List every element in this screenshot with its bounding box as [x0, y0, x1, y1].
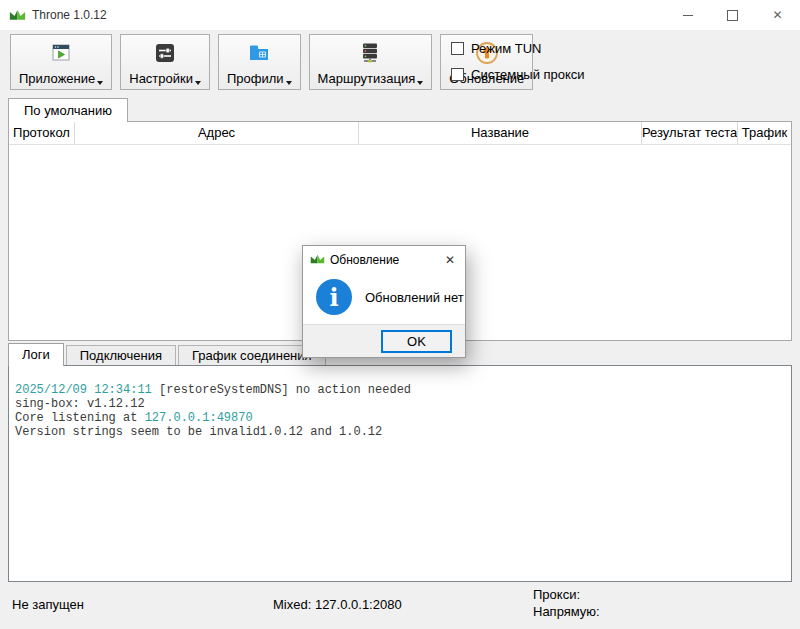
app-window-play-icon: [48, 40, 74, 66]
sliders-icon: [152, 40, 178, 66]
update-dialog-titlebar: Обновление ✕: [303, 246, 465, 273]
caption-buttons: ✕: [665, 0, 800, 30]
log-line: Core listening at 127.0.0.1:49870: [15, 411, 785, 425]
window-title: Throne 1.0.12: [32, 8, 107, 22]
log-line: 2025/12/09 12:34:11 [restoreSystemDNS] n…: [15, 383, 785, 397]
log-lines: 2025/12/09 12:34:11 [restoreSystemDNS] n…: [15, 383, 785, 439]
column-header-name[interactable]: Название: [359, 122, 642, 144]
system-proxy-checkbox[interactable]: Системный прокси: [451, 67, 585, 82]
chevron-down-icon: [286, 81, 292, 85]
status-proxy-block: Прокси: Напрямую:: [533, 586, 600, 620]
tun-mode-label: Режим TUN: [471, 41, 541, 56]
status-state: Не запущен: [12, 597, 84, 612]
throne-main-window: Throne 1.0.12 ✕ Приложение: [0, 0, 800, 629]
checkbox-unchecked-icon: [451, 68, 464, 81]
column-header-test-result[interactable]: Результат теста: [642, 122, 738, 144]
titlebar: Throne 1.0.12 ✕: [0, 0, 800, 30]
server-table-header: Протокол Адрес Название Результат теста …: [9, 122, 791, 145]
column-header-address[interactable]: Адрес: [75, 122, 359, 144]
folder-icon: [246, 40, 272, 66]
chevron-down-icon: [195, 81, 201, 85]
throne-crown-icon: [9, 8, 26, 23]
maximize-icon: [727, 10, 738, 21]
log-pane: 2025/12/09 12:34:11 [restoreSystemDNS] n…: [8, 365, 792, 582]
tab-default-profile[interactable]: По умолчанию: [8, 98, 128, 122]
server-stack-icon: [357, 40, 383, 66]
routing-menu-label: Маршрутизация: [318, 71, 416, 86]
log-line: sing-box: v1.12.12: [15, 397, 785, 411]
toolbar-checkboxes: Режим TUN Системный прокси: [451, 41, 585, 82]
info-icon: i: [316, 279, 352, 315]
chevron-down-icon: [417, 81, 423, 85]
profiles-menu-button[interactable]: Профили: [218, 34, 301, 90]
checkbox-unchecked-icon: [451, 42, 464, 55]
close-icon: ✕: [772, 9, 782, 21]
app-menu-button[interactable]: Приложение: [10, 34, 112, 90]
minimize-icon: [683, 15, 693, 16]
tab-connections[interactable]: Подключения: [66, 345, 176, 366]
settings-menu-button[interactable]: Настройки: [120, 34, 210, 90]
minimize-button[interactable]: [665, 0, 710, 30]
app-menu-label: Приложение: [19, 71, 95, 86]
close-button[interactable]: ✕: [755, 0, 800, 30]
ok-button[interactable]: OK: [381, 330, 452, 353]
update-dialog-body: i Обновлений нет: [303, 273, 465, 315]
status-direct-label: Напрямую:: [533, 603, 600, 620]
chevron-down-icon: [97, 81, 103, 85]
close-icon: ✕: [445, 253, 455, 267]
tun-mode-checkbox[interactable]: Режим TUN: [451, 41, 585, 56]
log-tabbar: Логи Подключения График соединения: [8, 343, 326, 366]
column-header-protocol[interactable]: Протокол: [9, 122, 75, 144]
maximize-button[interactable]: [710, 0, 755, 30]
profiles-menu-label: Профили: [227, 71, 284, 86]
status-proxy-label: Прокси:: [533, 586, 600, 603]
update-dialog: Обновление ✕ i Обновлений нет OK: [302, 245, 466, 358]
throne-crown-icon: [310, 253, 325, 266]
system-proxy-label: Системный прокси: [471, 67, 585, 82]
settings-menu-label: Настройки: [129, 71, 193, 86]
routing-menu-button[interactable]: Маршрутизация: [309, 34, 433, 90]
dialog-close-button[interactable]: ✕: [435, 246, 465, 273]
update-dialog-title: Обновление: [330, 253, 399, 267]
log-line: Version strings seem to be invalid1.0.12…: [15, 425, 785, 439]
update-dialog-footer: OK: [303, 324, 465, 357]
column-header-traffic[interactable]: Трафик: [738, 122, 791, 144]
status-mixed-address: Mixed: 127.0.0.1:2080: [273, 597, 402, 612]
tab-logs[interactable]: Логи: [8, 343, 64, 366]
update-dialog-message: Обновлений нет: [365, 290, 464, 305]
